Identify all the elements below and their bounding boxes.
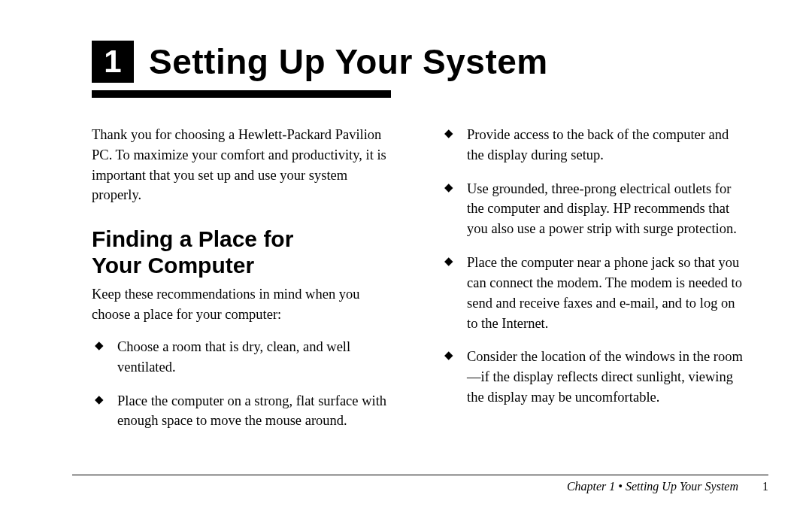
body-columns: Thank you for choosing a Hewlett-Packard… [92, 125, 744, 445]
footer-label: Chapter 1 • Setting Up Your System [567, 480, 738, 493]
list-item: Provide access to the back of the comput… [441, 125, 744, 165]
intro-paragraph: Thank you for choosing a Hewlett-Packard… [92, 125, 395, 205]
title-underline [92, 90, 391, 98]
list-item: Consider the location of the windows in … [441, 347, 744, 407]
page-number: 1 [762, 480, 768, 493]
column-left: Thank you for choosing a Hewlett-Packard… [92, 125, 395, 445]
column-right: Provide access to the back of the comput… [441, 125, 744, 445]
list-item: Use grounded, three-prong electrical out… [441, 179, 744, 239]
section-heading: Finding a Place for Your Computer [92, 226, 395, 278]
section-heading-line2: Your Computer [92, 253, 254, 278]
chapter-title-block: 1 Setting Up Your System [92, 41, 744, 98]
footer-text: Chapter 1 • Setting Up Your System 1 [72, 480, 768, 493]
chapter-number-badge: 1 [92, 41, 134, 83]
footer-rule [72, 475, 768, 475]
section-lead: Keep these recommendations in mind when … [92, 284, 395, 325]
chapter-number: 1 [104, 46, 121, 77]
bullet-list-left: Choose a room that is dry, clean, and we… [92, 337, 395, 431]
list-item: Place the computer near a phone jack so … [441, 253, 744, 333]
chapter-title: Setting Up Your System [149, 44, 548, 79]
page-footer: Chapter 1 • Setting Up Your System 1 [72, 475, 768, 493]
section-heading-line1: Finding a Place for [92, 226, 293, 251]
list-item: Choose a room that is dry, clean, and we… [92, 337, 395, 378]
bullet-list-right: Provide access to the back of the comput… [441, 125, 744, 408]
chapter-title-row: 1 Setting Up Your System [92, 41, 744, 83]
list-item: Place the computer on a strong, flat sur… [92, 391, 395, 432]
document-page: 1 Setting Up Your System Thank you for c… [0, 0, 812, 525]
